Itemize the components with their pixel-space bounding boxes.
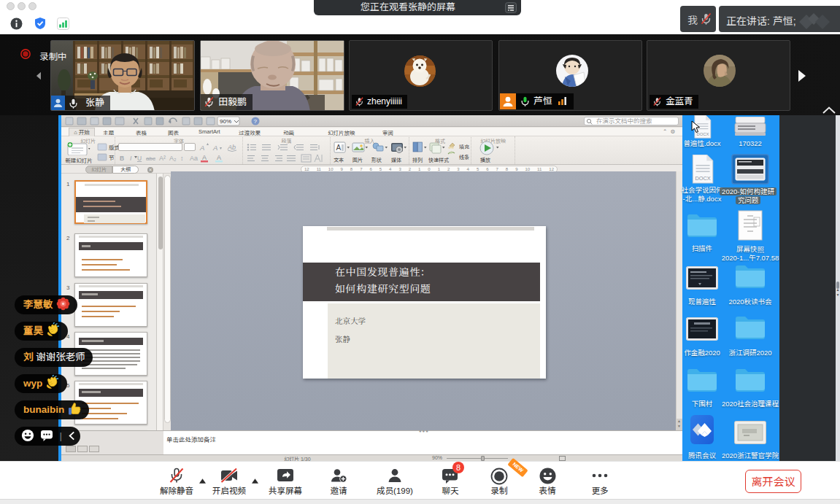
svg-text:abc: abc	[146, 155, 155, 162]
svg-text:节: 节	[109, 155, 115, 161]
svg-text:90%: 90%	[220, 118, 231, 125]
svg-text:A₂: A₂	[169, 155, 177, 162]
svg-text:↕: ↕	[180, 155, 184, 162]
svg-text:A: A	[202, 154, 207, 161]
svg-text:Aa: Aa	[190, 155, 198, 162]
svg-text:A: A	[336, 144, 342, 152]
svg-text:DOCX: DOCX	[695, 175, 711, 182]
svg-text:Ab: Ab	[227, 144, 236, 151]
svg-text:B: B	[120, 155, 124, 162]
svg-text:A²: A²	[159, 155, 166, 162]
svg-text:A: A	[199, 144, 204, 152]
svg-text:A: A	[212, 144, 217, 152]
svg-text:I: I	[130, 155, 132, 162]
svg-text:A: A	[217, 154, 221, 161]
svg-text:U: U	[137, 155, 142, 162]
svg-text:?: ?	[254, 118, 258, 125]
